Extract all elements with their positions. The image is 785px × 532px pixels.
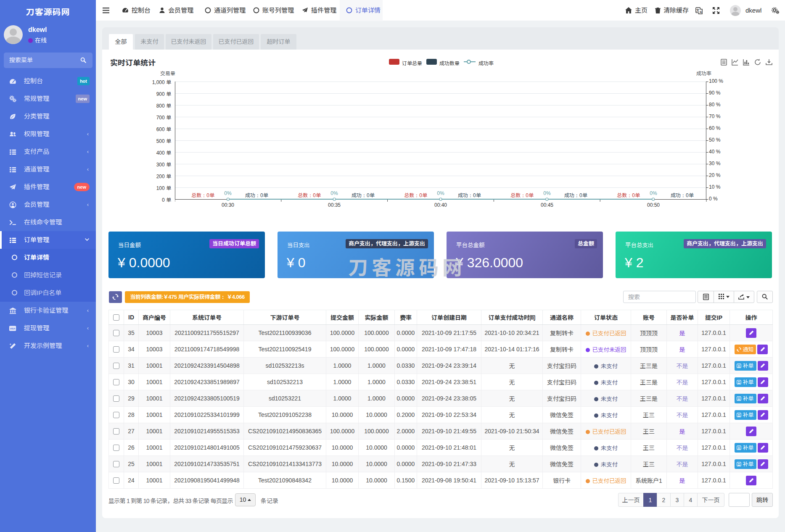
svg-text:文: 文 [696, 8, 700, 12]
svg-text:VISA: VISA [10, 327, 16, 330]
svg-text:A: A [700, 11, 702, 13]
